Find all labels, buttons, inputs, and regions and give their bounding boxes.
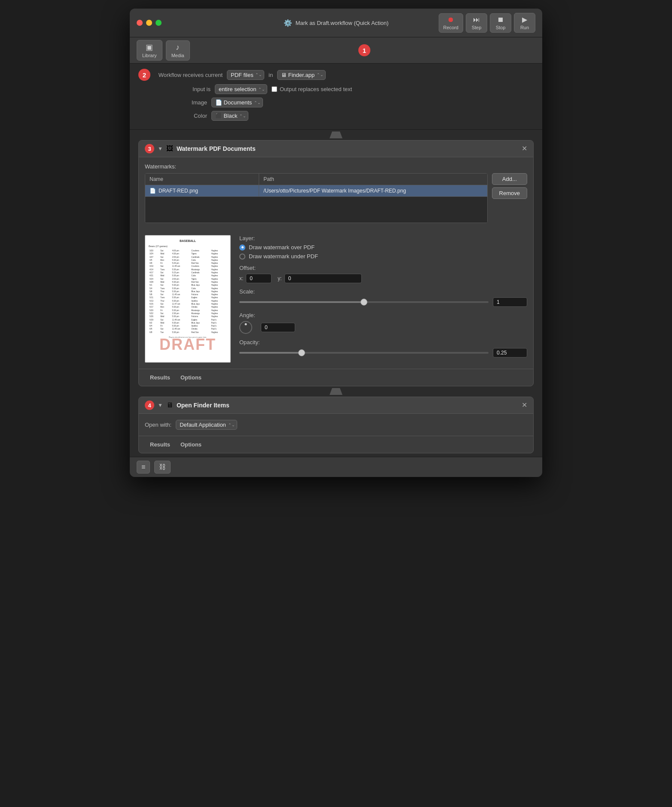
- open-finder-options-tab[interactable]: Options: [175, 440, 207, 449]
- watermark-tabs: Results Options: [139, 369, 533, 386]
- open-finder-header: 4 ▼ 🖥 Open Finder Items ✕: [139, 397, 533, 414]
- watermark-results-tab[interactable]: Results: [145, 373, 175, 382]
- watermarks-empty-area: [145, 197, 487, 223]
- layer-over-option[interactable]: Draw watermark over PDF: [239, 244, 527, 251]
- color-row: Color ⬛ Black: [138, 111, 534, 121]
- open-finder-icon: 🖥: [166, 401, 173, 409]
- step-button[interactable]: ⏭ Step: [466, 13, 487, 33]
- media-label: Media: [171, 53, 184, 58]
- open-finder-results-tab[interactable]: Results: [145, 440, 175, 449]
- library-button[interactable]: ▣ Library: [137, 40, 162, 61]
- layer-under-option[interactable]: Draw watermark under PDF: [239, 253, 527, 260]
- connector-2: [130, 386, 542, 397]
- col-path-header: Path: [259, 174, 487, 185]
- close-button[interactable]: [137, 20, 143, 26]
- open-with-select[interactable]: Default Application: [176, 420, 237, 430]
- output-replaces-checkbox-label: Output replaces selected text: [272, 86, 352, 92]
- stop-icon: ⏹: [497, 16, 504, 24]
- window-title-area: ⚙️ Mark as Draft.workflow (Quick Action): [284, 19, 389, 27]
- title-icon: ⚙️: [284, 19, 292, 27]
- angle-dot: [245, 323, 247, 325]
- opacity-row: [239, 348, 527, 358]
- library-label: Library: [142, 53, 157, 58]
- color-label: Color: [138, 113, 207, 119]
- step-badge-2: 2: [138, 69, 150, 81]
- media-icon: ♪: [176, 43, 180, 52]
- color-select[interactable]: ⬛ Black: [211, 111, 248, 121]
- opacity-slider-thumb[interactable]: [298, 349, 305, 356]
- input-is-select[interactable]: entire selection: [215, 84, 267, 94]
- watermark-title: Watermark PDF Documents: [177, 145, 518, 152]
- library-icon: ▣: [146, 43, 153, 52]
- opacity-input[interactable]: [493, 348, 527, 358]
- open-finder-collapse-arrow[interactable]: ▼: [158, 402, 163, 408]
- open-with-select-wrapper: Default Application: [176, 420, 237, 430]
- output-replaces-checkbox[interactable]: [272, 86, 277, 92]
- finder-select[interactable]: 🖥 Finder.app: [277, 70, 326, 80]
- bottom-bar: ≡ ⛓: [130, 457, 542, 477]
- offset-x-input[interactable]: [246, 274, 272, 283]
- angle-dial[interactable]: [239, 321, 252, 334]
- add-watermark-button[interactable]: Add...: [492, 173, 527, 185]
- open-finder-title: Open Finder Items: [177, 402, 518, 409]
- scale-slider-track[interactable]: [239, 301, 489, 303]
- watermark-collapse-arrow[interactable]: ▼: [158, 146, 163, 152]
- receives-select[interactable]: PDF files: [227, 70, 264, 80]
- pdf-preview-table: 3/20Sat4:00 pmCrushersHughes 3/24Wed4:30…: [149, 249, 227, 334]
- open-with-row: Open with: Default Application: [145, 420, 527, 430]
- opacity-slider-track[interactable]: [239, 352, 489, 354]
- record-label: Record: [443, 25, 458, 30]
- stop-label: Stop: [496, 25, 506, 30]
- maximize-button[interactable]: [156, 20, 162, 26]
- image-select-wrapper: 📄 Documents: [211, 98, 263, 107]
- watermark-block: 3 ▼ 🖼 Watermark PDF Documents ✕ Watermar…: [130, 140, 542, 386]
- list-view-button[interactable]: ≡: [137, 461, 150, 474]
- record-button[interactable]: ⏺ Record: [439, 13, 463, 33]
- watermark-table-row[interactable]: 📄 DRAFT-RED.png /Users/otto/Pictures/PDF…: [145, 185, 487, 197]
- run-icon: ▶: [522, 15, 527, 24]
- main-window: ⚙️ Mark as Draft.workflow (Quick Action)…: [130, 9, 542, 477]
- window-title: Mark as Draft.workflow (Quick Action): [296, 20, 389, 26]
- pdf-preview-subtitle: Bears (27 games): [149, 245, 227, 248]
- scale-input[interactable]: [493, 297, 527, 307]
- offset-x-field: x:: [239, 274, 272, 283]
- scale-slider-thumb[interactable]: [360, 299, 367, 306]
- input-is-select-wrapper: entire selection: [215, 84, 267, 94]
- run-button[interactable]: ▶ Run: [514, 13, 535, 33]
- minimize-button[interactable]: [146, 20, 152, 26]
- watermark-options-tab[interactable]: Options: [175, 373, 207, 382]
- connector-1: [130, 130, 542, 140]
- open-finder-body: Open with: Default Application: [139, 414, 533, 436]
- layer-over-radio[interactable]: [239, 245, 245, 251]
- workflow-settings: 2 Workflow receives current PDF files in…: [130, 64, 542, 130]
- layer-section: Layer: Draw watermark over PDF Draw wate…: [239, 235, 527, 260]
- connector-shape-2: [330, 388, 342, 395]
- watermark-path-cell: /Users/otto/Pictures/PDF Watermark Image…: [259, 185, 487, 196]
- open-finder-close-button[interactable]: ✕: [522, 402, 527, 409]
- offset-section: Offset: x: y:: [239, 265, 527, 283]
- traffic-lights: [137, 20, 162, 26]
- receives-label: Workflow receives current: [154, 72, 223, 78]
- layer-radio-group: Draw watermark over PDF Draw watermark u…: [239, 244, 527, 260]
- lib-media-bar: ▣ Library ♪ Media 1: [130, 37, 542, 64]
- stop-button[interactable]: ⏹ Stop: [490, 13, 511, 33]
- offset-y-input[interactable]: [284, 274, 362, 283]
- remove-watermark-button[interactable]: Remove: [492, 187, 527, 199]
- in-label: in: [269, 72, 273, 78]
- open-finder-card: 4 ▼ 🖥 Open Finder Items ✕ Open with: Def…: [138, 397, 534, 453]
- angle-input[interactable]: [261, 323, 295, 332]
- chain-view-button[interactable]: ⛓: [154, 461, 171, 474]
- image-select[interactable]: 📄 Documents: [211, 98, 263, 107]
- open-with-label: Open with:: [145, 422, 171, 428]
- finder-select-wrapper: 🖥 Finder.app: [277, 70, 326, 80]
- offset-x-label: x:: [239, 275, 243, 281]
- watermarks-table: Name Path 📄 DRAFT-RED.png /Users/otto/Pi…: [145, 173, 488, 223]
- color-select-wrapper: ⬛ Black: [211, 111, 248, 121]
- layer-over-label: Draw watermark over PDF: [249, 244, 315, 251]
- image-label: Image: [138, 99, 207, 106]
- layer-under-radio[interactable]: [239, 254, 245, 260]
- angle-section: Angle:: [239, 312, 527, 334]
- media-button[interactable]: ♪ Media: [166, 40, 190, 61]
- step-icon: ⏭: [473, 16, 480, 24]
- watermark-close-button[interactable]: ✕: [522, 145, 527, 152]
